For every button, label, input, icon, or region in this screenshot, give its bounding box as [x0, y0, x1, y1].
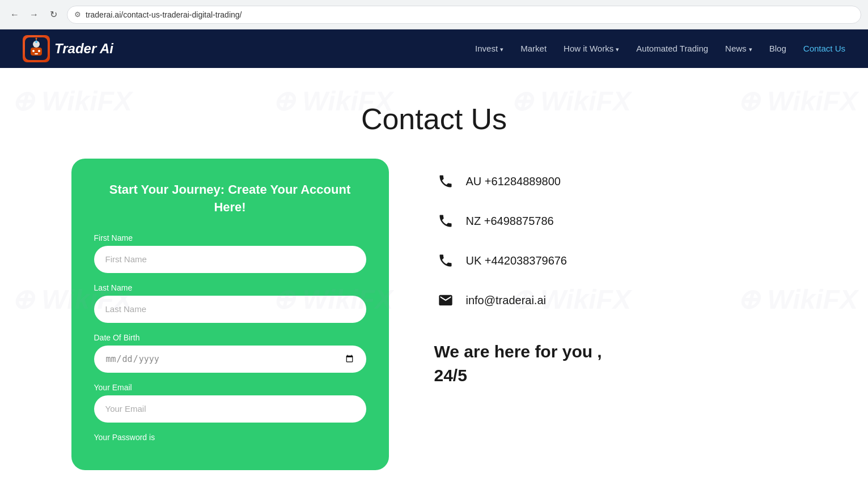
uk-phone-text: UK +442038379676: [466, 254, 568, 267]
back-button[interactable]: ←: [7, 7, 23, 23]
email-input[interactable]: [94, 395, 366, 423]
support-text: We are here for you ,24/5: [434, 340, 797, 387]
forward-button[interactable]: →: [26, 7, 42, 23]
form-title: Start Your Journey: Create Your Account …: [94, 181, 366, 216]
nav-item-news[interactable]: News: [725, 44, 752, 53]
svg-rect-6: [35, 41, 37, 43]
url-text: traderai.ai/contact-us-traderai-digital-…: [86, 10, 242, 19]
nav-item-invest[interactable]: Invest: [475, 44, 503, 53]
contact-uk-phone: UK +442038379676: [434, 249, 797, 272]
logo-link[interactable]: Trader Ai: [23, 35, 113, 62]
reload-button[interactable]: ↻: [45, 7, 61, 23]
email-label: Your Email: [94, 383, 366, 392]
last-name-group: Last Name: [94, 283, 366, 323]
last-name-input[interactable]: [94, 296, 366, 323]
email-group: Your Email: [94, 383, 366, 423]
svg-point-4: [38, 50, 40, 52]
nav-item-how-it-works[interactable]: How it Works: [564, 44, 619, 53]
password-label: Your Password is: [94, 433, 366, 442]
phone-icon-uk: [434, 249, 457, 272]
svg-point-3: [32, 50, 35, 52]
nz-phone-text: NZ +6498875786: [466, 215, 554, 228]
phone-icon-au: [434, 170, 457, 193]
nav-item-market[interactable]: Market: [520, 44, 547, 53]
svg-rect-5: [35, 53, 38, 54]
nav-item-automated-trading[interactable]: Automated Trading: [636, 44, 708, 53]
contact-nz-phone: NZ +6498875786: [434, 210, 797, 232]
navbar: Trader Ai Invest Market How it Works Aut…: [0, 29, 868, 68]
page-title: Contact Us: [0, 102, 868, 136]
first-name-group: First Name: [94, 233, 366, 273]
nav-item-blog[interactable]: Blog: [769, 44, 786, 53]
dob-group: Date Of Birth: [94, 333, 366, 373]
first-name-label: First Name: [94, 233, 366, 242]
email-text: info@traderai.ai: [466, 294, 546, 307]
security-icon: ⚙: [74, 10, 81, 19]
address-bar[interactable]: ⚙ traderai.ai/contact-us-traderai-digita…: [67, 6, 861, 24]
first-name-input[interactable]: [94, 246, 366, 273]
form-card: Start Your Journey: Create Your Account …: [71, 159, 389, 470]
page-body: ⊕ WikiFX ⊕ WikiFX ⊕ WikiFX ⊕ WikiFX ⊕ Wi…: [0, 68, 868, 503]
email-icon: [434, 289, 457, 312]
nav-links: Invest Market How it Works Automated Tra…: [475, 44, 845, 54]
last-name-label: Last Name: [94, 283, 366, 292]
main-content: Start Your Journey: Create Your Account …: [37, 159, 831, 503]
phone-icon-nz: [434, 210, 457, 232]
svg-point-8: [36, 38, 37, 40]
dob-label: Date Of Birth: [94, 333, 366, 342]
au-phone-text: AU +61284889800: [466, 175, 561, 188]
logo-text: Trader Ai: [54, 41, 113, 57]
logo-robot-icon: [23, 35, 50, 62]
contact-au-phone: AU +61284889800: [434, 170, 797, 193]
contact-email: info@traderai.ai: [434, 289, 797, 312]
browser-chrome: ← → ↻ ⚙ traderai.ai/contact-us-traderai-…: [0, 0, 868, 29]
dob-input[interactable]: [94, 346, 366, 373]
page-title-area: Contact Us: [0, 68, 868, 159]
contact-info: AU +61284889800 NZ +6498875786 UK: [434, 159, 797, 387]
password-group: Your Password is: [94, 433, 366, 442]
nav-item-contact-us[interactable]: Contact Us: [803, 44, 845, 53]
